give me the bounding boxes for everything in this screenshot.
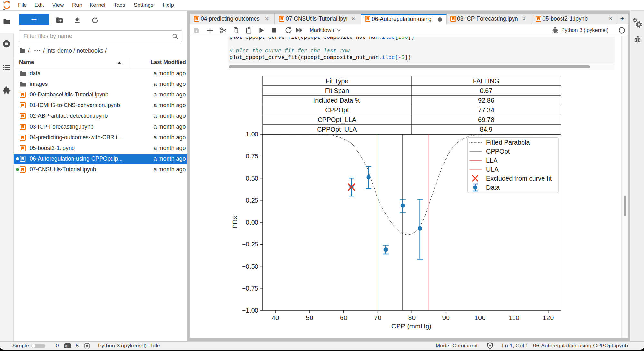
svg-text:Fitted Parabola: Fitted Parabola xyxy=(486,139,530,146)
svg-text:0.00: 0.00 xyxy=(246,219,258,226)
svg-text:CPPOpt_ULA: CPPOpt_ULA xyxy=(317,126,357,133)
svg-text:Included Data %: Included Data % xyxy=(313,97,361,104)
svg-text:$_: $_ xyxy=(65,345,70,348)
svg-text:FALLING: FALLING xyxy=(473,77,499,85)
svg-text:0.25: 0.25 xyxy=(246,197,258,204)
svg-text:Data: Data xyxy=(486,184,500,191)
svg-text:60: 60 xyxy=(340,314,347,321)
svg-text:CPPOpt: CPPOpt xyxy=(325,106,349,114)
svg-text:40: 40 xyxy=(272,314,279,321)
svg-text:LLA: LLA xyxy=(486,157,498,164)
svg-text:Excluded from curve fit: Excluded from curve fit xyxy=(486,175,552,182)
svg-text:0.67: 0.67 xyxy=(480,87,493,94)
svg-text:84.9: 84.9 xyxy=(480,126,493,133)
svg-text:70: 70 xyxy=(374,314,381,321)
svg-text:0.50: 0.50 xyxy=(246,175,258,182)
svg-text:90: 90 xyxy=(442,314,450,321)
svg-text:110: 110 xyxy=(509,314,519,321)
svg-text:100: 100 xyxy=(474,314,485,321)
svg-text:−0.75: −0.75 xyxy=(242,285,258,292)
svg-text:ULA: ULA xyxy=(486,166,499,173)
svg-text:0.75: 0.75 xyxy=(246,153,258,160)
svg-text:120: 120 xyxy=(543,314,554,321)
svg-text:−0.25: −0.25 xyxy=(242,241,258,248)
svg-text:CPP (mmHg): CPP (mmHg) xyxy=(391,322,431,330)
svg-text:CPPOpt_LLA: CPPOpt_LLA xyxy=(318,116,357,124)
svg-text:50: 50 xyxy=(306,314,313,321)
svg-text:−1.00: −1.00 xyxy=(242,307,258,314)
svg-text:80: 80 xyxy=(408,314,416,321)
svg-text:69.78: 69.78 xyxy=(478,116,494,123)
svg-text:Fit Type: Fit Type xyxy=(326,77,349,85)
svg-text:92.86: 92.86 xyxy=(478,97,494,104)
svg-text:77.34: 77.34 xyxy=(478,106,494,114)
svg-text:−0.50: −0.50 xyxy=(242,263,258,270)
svg-text:1.00: 1.00 xyxy=(246,131,258,138)
svg-text:Fit Span: Fit Span xyxy=(325,87,349,94)
svg-text:CPPOpt: CPPOpt xyxy=(486,148,510,155)
svg-text:PRx: PRx xyxy=(231,216,238,229)
